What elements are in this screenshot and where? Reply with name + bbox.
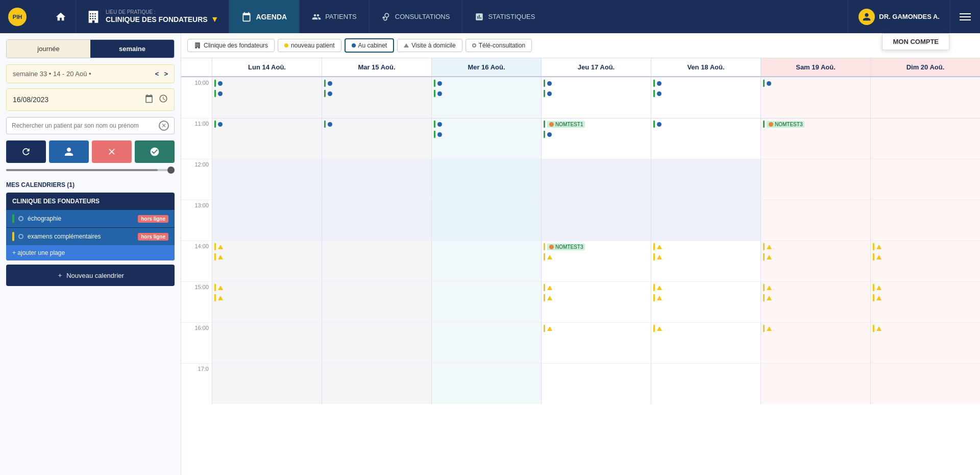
hamburger-menu[interactable] — [950, 0, 980, 33]
home-button[interactable] — [46, 0, 76, 33]
slot-wed-11[interactable] — [432, 118, 541, 159]
slot-wed-12[interactable] — [432, 159, 541, 200]
slot-sun-14[interactable] — [871, 241, 980, 281]
cal-examens[interactable]: examens complémentaires hors ligne — [6, 228, 175, 245]
lieu-pratique[interactable]: LIEU DE PRATIQUE : CLINIQUE DES FONDATEU… — [76, 0, 229, 33]
day-col-fri[interactable] — [651, 77, 761, 404]
mon-compte-dropdown[interactable]: MON COMPTE — [882, 33, 949, 50]
add-plage-btn[interactable]: + ajouter une plage — [6, 245, 175, 260]
slot-thu-11[interactable]: NOMTEST1 — [542, 118, 651, 159]
day-col-tue[interactable] — [322, 77, 431, 404]
slot-sat-14[interactable] — [761, 241, 870, 281]
slot-fri-14[interactable] — [651, 241, 761, 281]
slot-sat-13[interactable] — [761, 200, 870, 241]
slot-sat-15[interactable] — [761, 281, 870, 322]
slot-mon-12[interactable] — [212, 159, 322, 200]
semaine-btn[interactable]: semaine — [90, 40, 174, 58]
slot-thu-13[interactable] — [542, 200, 651, 241]
slot-fri-13[interactable] — [651, 200, 761, 241]
slot-mon-13[interactable] — [212, 200, 322, 241]
slot-mon-11[interactable] — [212, 118, 322, 159]
slot-sun-16[interactable] — [871, 322, 980, 363]
slot-sun-17[interactable] — [871, 363, 980, 404]
cal-echographie[interactable]: échographie hors ligne — [6, 210, 175, 227]
slot-thu-17[interactable] — [542, 363, 651, 404]
nav-patients[interactable]: PATIENTS — [299, 0, 369, 33]
day-col-wed[interactable] — [431, 77, 541, 404]
user-menu[interactable]: DR. GAMONDES A. — [848, 0, 950, 33]
appt-nomtest3-thu[interactable]: NOMTEST3 — [547, 244, 585, 250]
day-header-wed[interactable]: Mer 16 Aoû. — [431, 58, 541, 76]
slot-sun-15[interactable] — [871, 281, 980, 322]
slot-sun-11[interactable] — [871, 118, 980, 159]
day-col-thu[interactable]: NOMTEST1 — [541, 77, 651, 404]
slot-wed-15[interactable] — [432, 281, 541, 322]
search-input[interactable] — [12, 122, 156, 129]
slot-sun-12[interactable] — [871, 159, 980, 200]
slot-sat-12[interactable] — [761, 159, 870, 200]
slot-tue-17[interactable] — [322, 363, 431, 404]
day-header-tue[interactable]: Mar 15 Aoû. — [322, 58, 431, 76]
slot-fri-15[interactable] — [651, 281, 761, 322]
filter-domicile[interactable]: Visite à domicile — [397, 39, 462, 52]
slot-mon-10[interactable] — [212, 77, 322, 118]
appt-nomtest1[interactable]: NOMTEST1 — [547, 121, 585, 128]
slot-sun-13[interactable] — [871, 200, 980, 241]
logo[interactable]: PIH — [0, 0, 46, 33]
refresh-btn[interactable] — [6, 140, 46, 163]
day-header-mon[interactable]: Lun 14 Aoû. — [212, 58, 322, 76]
day-col-sat[interactable]: NOMTEST3 — [761, 77, 870, 404]
slot-thu-14[interactable]: NOMTEST3 — [542, 241, 651, 281]
slot-wed-10[interactable] — [432, 77, 541, 118]
slot-thu-10[interactable] — [542, 77, 651, 118]
slot-sat-16[interactable] — [761, 322, 870, 363]
prev-week-btn[interactable]: < — [155, 70, 159, 78]
nav-agenda[interactable]: AGENDA — [229, 0, 299, 33]
slot-mon-17[interactable] — [212, 363, 322, 404]
slot-thu-16[interactable] — [542, 322, 651, 363]
nav-statistiques[interactable]: STATISTIQUES — [462, 0, 547, 33]
appt-nomtest3-sat[interactable]: NOMTEST3 — [767, 121, 804, 128]
slot-sat-10[interactable] — [761, 77, 870, 118]
cancel-btn[interactable] — [92, 140, 132, 163]
confirm-btn[interactable] — [135, 140, 175, 163]
day-header-fri[interactable]: Ven 18 Aoû. — [651, 58, 761, 76]
slot-tue-12[interactable] — [322, 159, 431, 200]
slot-tue-11[interactable] — [322, 118, 431, 159]
slot-mon-14[interactable] — [212, 241, 322, 281]
day-header-sun[interactable]: Dim 20 Aoû. — [870, 58, 980, 76]
calendar-picker-icon[interactable] — [144, 94, 154, 105]
slot-fri-10[interactable] — [651, 77, 761, 118]
slot-thu-12[interactable] — [542, 159, 651, 200]
slot-mon-16[interactable] — [212, 322, 322, 363]
journee-btn[interactable]: journée — [7, 40, 90, 58]
slot-fri-16[interactable] — [651, 322, 761, 363]
day-col-mon[interactable] — [212, 77, 322, 404]
filter-nouveau[interactable]: nouveau patient — [278, 39, 341, 52]
user-btn[interactable] — [49, 140, 89, 163]
slot-wed-16[interactable] — [432, 322, 541, 363]
slot-sat-17[interactable] — [761, 363, 870, 404]
filter-teleconsult[interactable]: Télé-consultation — [465, 39, 532, 52]
slot-sat-11[interactable]: NOMTEST3 — [761, 118, 870, 159]
nav-consultations[interactable]: CONSULTATIONS — [369, 0, 462, 33]
new-calendar-btn[interactable]: ＋ Nouveau calendrier — [6, 265, 175, 286]
time-picker-icon[interactable] — [159, 94, 168, 105]
filter-clinique[interactable]: Clinique des fondateurs — [187, 39, 275, 52]
day-header-thu[interactable]: Jeu 17 Aoû. — [541, 58, 651, 76]
slot-tue-16[interactable] — [322, 322, 431, 363]
slot-wed-14[interactable] — [432, 241, 541, 281]
slot-tue-13[interactable] — [322, 200, 431, 241]
filter-cabinet[interactable]: Au cabinet — [345, 38, 395, 53]
slider-thumb[interactable] — [167, 167, 175, 174]
next-week-btn[interactable]: > — [164, 70, 168, 78]
clear-search-btn[interactable]: ✕ — [159, 121, 169, 131]
day-header-sat[interactable]: Sam 19 Aoû. — [761, 58, 870, 76]
slot-thu-15[interactable] — [542, 281, 651, 322]
slot-fri-12[interactable] — [651, 159, 761, 200]
slot-tue-15[interactable] — [322, 281, 431, 322]
slot-tue-10[interactable] — [322, 77, 431, 118]
slot-fri-17[interactable] — [651, 363, 761, 404]
slot-fri-11[interactable] — [651, 118, 761, 159]
slot-sun-10[interactable] — [871, 77, 980, 118]
